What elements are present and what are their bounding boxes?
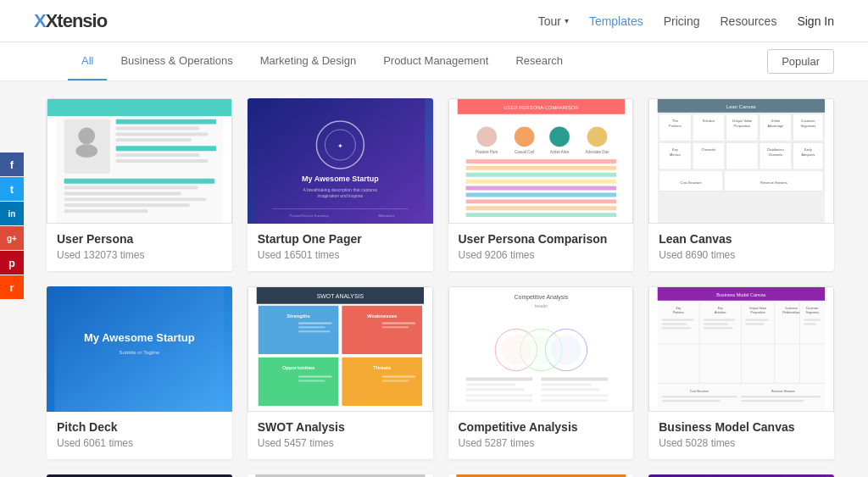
svg-rect-151	[804, 319, 821, 320]
svg-text:My Awesome Startup: My Awesome Startup	[302, 175, 379, 183]
svg-point-32	[476, 127, 497, 147]
template-card-pitch[interactable]: My Awesome Startup Subtitle or Tagline P…	[47, 286, 232, 459]
template-title: Pitch Deck	[57, 420, 222, 434]
svg-rect-12	[116, 159, 209, 163]
svg-rect-18	[64, 209, 148, 213]
svg-text:Partners: Partners	[673, 311, 684, 314]
svg-text:Casual Carl: Casual Carl	[515, 150, 534, 154]
svg-rect-14	[64, 186, 198, 190]
svg-rect-48	[465, 213, 616, 217]
svg-text:Passive Pam: Passive Pam	[476, 150, 498, 154]
template-thumb-lean: Lean Canvas The Problem	[648, 98, 834, 224]
template-card-lean[interactable]: Lean Canvas The Problem	[648, 98, 834, 271]
svg-rect-102	[298, 380, 326, 382]
svg-rect-98	[298, 330, 330, 332]
svg-rect-45	[465, 192, 616, 197]
linkedin-share-button[interactable]: in	[0, 202, 24, 225]
svg-rect-122	[465, 399, 532, 402]
svg-text:My Awesome Startup: My Awesome Startup	[84, 331, 195, 344]
logo[interactable]: XXtensio	[34, 10, 107, 32]
template-card-upc[interactable]: USER PERSONA COMPARISON Passive Pam Casu…	[448, 98, 634, 271]
googleplus-share-button[interactable]: g+	[0, 226, 24, 250]
facebook-share-button[interactable]: f	[0, 153, 24, 176]
svg-text:Customer: Customer	[806, 307, 820, 310]
svg-text:Active Alice: Active Alice	[549, 150, 569, 154]
nav-signin[interactable]: Sign In	[797, 14, 834, 28]
svg-rect-101	[298, 376, 331, 378]
template-card-competitive[interactable]: Competitive Analysis header	[448, 286, 634, 459]
template-card-user-persona[interactable]: User Persona Type	[47, 98, 232, 271]
template-title: User Persona	[57, 232, 222, 246]
nav-resources[interactable]: Resources	[720, 14, 776, 28]
pinterest-share-button[interactable]: p	[0, 251, 24, 275]
template-card-swot[interactable]: SWOT ANALYSIS Strengths Weaknesses Oppor…	[248, 286, 433, 459]
svg-text:User Persona Type: User Persona Type	[61, 105, 104, 110]
svg-rect-146	[704, 319, 735, 320]
header: XXtensio Tour ▾ Templates Pricing Resour…	[0, 0, 868, 42]
svg-point-34	[514, 127, 534, 147]
svg-rect-9	[116, 138, 192, 141]
svg-rect-15	[64, 192, 181, 196]
nav-tour-label: Tour	[538, 14, 561, 28]
template-title: Lean Canvas	[659, 232, 824, 246]
svg-point-4	[78, 128, 95, 145]
svg-rect-119	[541, 388, 599, 391]
svg-rect-121	[541, 394, 608, 397]
svg-text:Revenue Streams: Revenue Streams	[771, 390, 795, 393]
svg-text:Channels: Channels	[769, 153, 783, 157]
template-title: User Persona Comparison	[459, 232, 624, 246]
filter-tab-marketing[interactable]: Marketing & Design	[247, 42, 370, 80]
svg-rect-150	[746, 323, 765, 324]
svg-text:Subtitle or Tagline: Subtitle or Tagline	[120, 350, 160, 355]
svg-rect-148	[704, 327, 733, 329]
template-used: Used 16501 times	[258, 249, 423, 261]
filter-tab-business[interactable]: Business & Operations	[107, 42, 246, 80]
svg-rect-99	[381, 322, 415, 324]
template-thumb-startup: ✦ My Awesome Startup A breathtaking desc…	[248, 98, 433, 224]
svg-point-38	[587, 127, 607, 147]
svg-rect-47	[465, 206, 616, 210]
filter-tab-product[interactable]: Product Management	[370, 42, 502, 80]
filter-bar: All Business & Operations Marketing & De…	[0, 42, 868, 81]
svg-text:Unique Value: Unique Value	[732, 119, 753, 123]
nav-pricing[interactable]: Pricing	[664, 14, 700, 28]
svg-text:Channels: Channels	[702, 147, 716, 152]
nav-templates[interactable]: Templates	[589, 14, 643, 28]
reddit-share-button[interactable]: r	[0, 275, 24, 299]
svg-text:Strengths: Strengths	[287, 313, 310, 319]
nav-tour[interactable]: Tour ▾	[538, 14, 569, 28]
sort-popular-button[interactable]: Popular	[767, 49, 834, 74]
svg-text:Opportunities: Opportunities	[281, 365, 314, 370]
filter-tabs: All Business & Operations Marketing & De…	[68, 42, 576, 80]
svg-text:Proposition: Proposition	[734, 124, 751, 128]
twitter-share-button[interactable]: t	[0, 177, 24, 201]
svg-rect-117	[541, 378, 608, 381]
svg-text:Relationships: Relationships	[782, 311, 800, 314]
svg-rect-96	[298, 322, 331, 324]
svg-rect-10	[116, 146, 216, 151]
svg-rect-145	[662, 327, 692, 329]
template-card-bmc[interactable]: Business Model Canvas Key Partners Key A…	[648, 286, 834, 459]
svg-text:Milestones: Milestones	[378, 214, 394, 218]
svg-rect-19	[255, 98, 425, 224]
templates-grid: User Persona Type	[47, 98, 834, 477]
template-thumb-swot: SWOT ANALYSIS Strengths Weaknesses Oppor…	[248, 286, 433, 412]
svg-text:Weaknesses: Weaknesses	[367, 313, 398, 319]
svg-rect-157	[662, 400, 721, 402]
svg-text:Segments: Segments	[806, 311, 820, 314]
svg-text:The: The	[672, 119, 679, 123]
svg-rect-42	[465, 173, 616, 177]
svg-rect-143	[662, 319, 693, 320]
svg-rect-1	[56, 99, 223, 114]
svg-text:Product/Service Summary: Product/Service Summary	[289, 214, 328, 218]
svg-text:imagination and inspires: imagination and inspires	[317, 193, 363, 198]
svg-text:✦: ✦	[337, 142, 343, 150]
filter-tab-research[interactable]: Research	[502, 42, 576, 80]
template-card-startup[interactable]: ✦ My Awesome Startup A breathtaking desc…	[248, 98, 433, 271]
svg-text:Competitive Analysis: Competitive Analysis	[514, 294, 568, 301]
filter-tab-all[interactable]: All	[68, 42, 107, 80]
main-nav: Tour ▾ Templates Pricing Resources Sign …	[538, 14, 834, 28]
svg-rect-26	[272, 208, 408, 209]
svg-rect-103	[381, 376, 415, 378]
svg-rect-6	[116, 119, 216, 125]
